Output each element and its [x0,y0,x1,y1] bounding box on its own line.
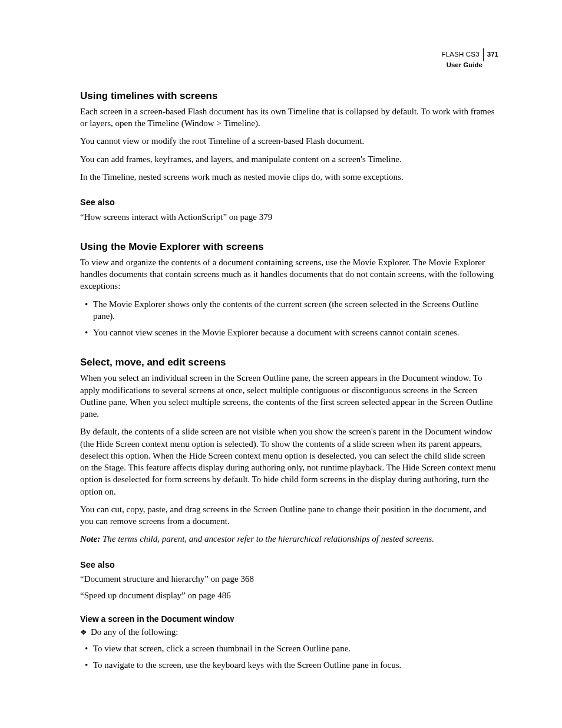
see-also-heading: See also [80,559,496,571]
body-text: By default, the contents of a slide scre… [80,426,496,498]
list-item: To view that screen, click a screen thum… [80,643,496,654]
body-text: Each screen in a screen-based Flash docu… [80,106,496,130]
section-heading: Using timelines with screens [80,90,496,103]
diamond-icon: ❖ [80,627,87,638]
product-name: FLASH CS3 [441,51,479,59]
see-also-heading: See also [80,197,496,209]
section-movie-explorer: Using the Movie Explorer with screens To… [80,241,496,338]
bullet-list: To view that screen, click a screen thum… [80,643,496,671]
body-text: You cannot view or modify the root Timel… [80,135,496,147]
see-also-link[interactable]: “How screens interact with ActionScript”… [80,211,496,223]
section-heading: Using the Movie Explorer with screens [80,241,496,254]
guide-label: User Guide [441,61,482,70]
note-text: The terms child, parent, and ancestor re… [100,534,434,543]
page: FLASH CS3 371 User Guide Using timelines… [0,0,562,728]
section-timelines: Using timelines with screens Each screen… [80,90,496,223]
bullet-list: The Movie Explorer shows only the conten… [80,298,496,339]
list-item: You cannot view scenes in the Movie Expl… [80,327,496,338]
note: Note: The terms child, parent, and ances… [80,533,496,545]
page-content: Using timelines with screens Each screen… [80,90,496,671]
section-select-move-edit: Select, move, and edit screens When you … [80,356,496,671]
see-also-link[interactable]: “Speed up document display” on page 486 [80,589,496,601]
body-text: You can add frames, keyframes, and layer… [80,153,496,165]
note-label: Note: [80,534,100,543]
page-number: 371 [487,51,498,59]
see-also-link[interactable]: “Document structure and hierarchy” on pa… [80,573,496,585]
body-text: You can cut, copy, paste, and drag scree… [80,503,496,528]
list-item: The Movie Explorer shows only the conten… [80,298,496,322]
header-divider [483,48,484,61]
body-text: To view and organize the contents of a d… [80,256,496,292]
running-header: FLASH CS3 371 User Guide [441,48,498,70]
procedure-lead: ❖ Do any of the following: [80,626,496,638]
procedure-heading: View a screen in the Document window [80,614,496,625]
body-text: In the Timeline, nested screens work muc… [80,171,496,183]
body-text: When you select an individual screen in … [80,372,496,420]
procedure-lead-text: Do any of the following: [91,627,178,637]
list-item: To navigate to the screen, use the keybo… [80,659,496,671]
section-heading: Select, move, and edit screens [80,356,496,370]
